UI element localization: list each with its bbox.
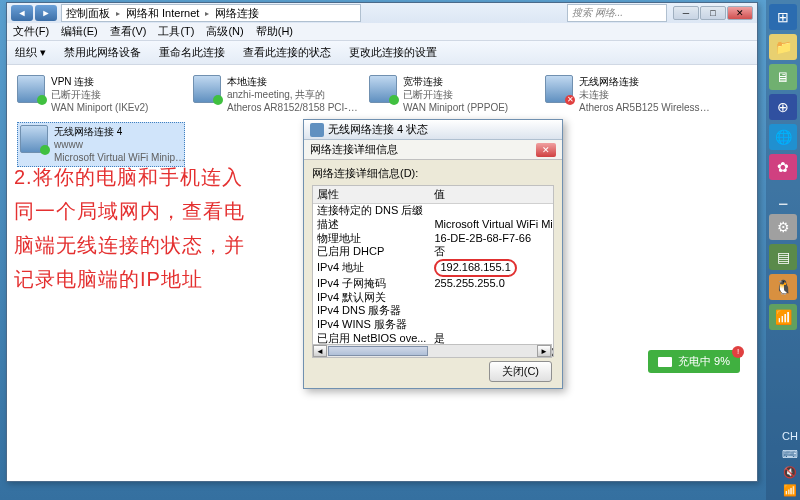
connection-device: Atheros AR5B125 Wireless Ne... <box>579 101 711 114</box>
sidebar-app-icon[interactable]: 📶 <box>769 304 797 330</box>
connection-status: 未连接 <box>579 88 711 101</box>
props-table: 属性 值 连接特定的 DNS 后缀描述Microsoft Virtual WiF… <box>312 185 554 357</box>
sidebar-app-icon[interactable]: ⊕ <box>769 94 797 120</box>
prop-key: IPv4 地址 <box>313 259 430 277</box>
col-value: 值 <box>430 186 554 204</box>
property-row: 已启用 DHCP否 <box>313 245 554 259</box>
tb-status[interactable]: 查看此连接的状态 <box>243 45 331 60</box>
sidebar-app-icon[interactable]: 📁 <box>769 34 797 60</box>
property-row: 物理地址16-DE-2B-68-F7-66 <box>313 232 554 246</box>
prop-key: 物理地址 <box>313 232 430 246</box>
property-row: IPv4 WINS 服务器 <box>313 318 554 332</box>
connection-status: 已断开连接 <box>51 88 148 101</box>
sidebar-app-icon[interactable]: ▤ <box>769 244 797 270</box>
search-input[interactable]: 搜索 网络... <box>567 4 667 22</box>
menu-tools[interactable]: 工具(T) <box>158 24 194 39</box>
back-button[interactable]: ◄ <box>11 5 33 21</box>
bc-seg[interactable]: 网络连接 <box>215 6 259 21</box>
menu-file[interactable]: 文件(F) <box>13 24 49 39</box>
prop-value <box>430 318 554 332</box>
menu-view[interactable]: 查看(V) <box>110 24 147 39</box>
connection-item[interactable]: 本地连接 anzhi-meeting, 共享的 Atheros AR8152/8… <box>193 75 361 114</box>
alert-badge: ! <box>732 346 744 358</box>
plug-icon <box>658 357 672 367</box>
connection-item[interactable]: 无线网络连接 未连接 Atheros AR5B125 Wireless Ne..… <box>545 75 713 114</box>
prop-value: 否 <box>430 245 554 259</box>
prop-value: Microsoft Virtual WiFi Miniport A <box>430 218 554 232</box>
menu-advanced[interactable]: 高级(N) <box>206 24 243 39</box>
prop-key: IPv4 子网掩码 <box>313 277 430 291</box>
prop-value <box>430 291 554 305</box>
minimize-button[interactable]: ─ <box>673 6 699 20</box>
dialog-close-btn[interactable]: 关闭(C) <box>489 361 552 382</box>
props-header: 网络连接详细信息(D): <box>312 166 554 181</box>
scroll-right-icon[interactable]: ► <box>537 345 551 357</box>
property-row: IPv4 地址192.168.155.1 <box>313 259 554 277</box>
battery-text: 充电中 9% <box>678 354 730 369</box>
connection-name: 无线网络连接 4 <box>54 125 186 138</box>
taskbar-sidebar: ⊞📁🖥⊕🌐✿⎯⚙▤🐧📶 <box>766 0 800 500</box>
bc-seg[interactable]: 网络和 Internet <box>126 6 199 21</box>
connection-status: wwww <box>54 138 186 151</box>
tray-wifi-icon[interactable]: 📶 <box>782 484 798 496</box>
connection-status: anzhi-meeting, 共享的 <box>227 88 359 101</box>
dialog-subtitle-bar: 网络连接详细信息 ✕ <box>304 140 562 160</box>
connection-device: Atheros AR8152/8158 PCI-E Fa... <box>227 101 359 114</box>
connection-status: 已断开连接 <box>403 88 508 101</box>
prop-key: 已启用 DHCP <box>313 245 430 259</box>
tray-ch[interactable]: CH <box>782 430 798 442</box>
horizontal-scrollbar[interactable]: ◄ ► <box>312 344 552 358</box>
connection-device: WAN Miniport (IKEv2) <box>51 101 148 114</box>
tb-rename[interactable]: 重命名此连接 <box>159 45 225 60</box>
forward-button[interactable]: ► <box>35 5 57 21</box>
prop-key: 描述 <box>313 218 430 232</box>
menubar: 文件(F) 编辑(E) 查看(V) 工具(T) 高级(N) 帮助(H) <box>7 23 757 41</box>
menu-edit[interactable]: 编辑(E) <box>61 24 98 39</box>
prop-value: 16-DE-2B-68-F7-66 <box>430 232 554 246</box>
sidebar-app-icon[interactable]: 🌐 <box>769 124 797 150</box>
sidebar-app-icon[interactable]: ✿ <box>769 154 797 180</box>
property-row: IPv4 子网掩码255.255.255.0 <box>313 277 554 291</box>
dialog-titlebar[interactable]: 无线网络连接 4 状态 <box>304 120 562 140</box>
sidebar-app-icon[interactable]: ⊞ <box>769 4 797 30</box>
connection-icon <box>193 75 221 103</box>
connection-icon <box>369 75 397 103</box>
connection-icon <box>20 125 48 153</box>
scroll-left-icon[interactable]: ◄ <box>313 345 327 357</box>
tb-disable[interactable]: 禁用此网络设备 <box>64 45 141 60</box>
property-row: IPv4 默认网关 <box>313 291 554 305</box>
connection-icon <box>545 75 573 103</box>
wifi-icon <box>310 123 324 137</box>
tb-organize[interactable]: 组织 ▾ <box>15 45 46 60</box>
connection-item[interactable]: VPN 连接 已断开连接 WAN Miniport (IKEv2) <box>17 75 185 114</box>
tray-lang-icon[interactable]: ⌨ <box>782 448 798 460</box>
property-row: IPv4 DNS 服务器 <box>313 304 554 318</box>
tb-change[interactable]: 更改此连接的设置 <box>349 45 437 60</box>
breadcrumb[interactable]: 控制面板▸ 网络和 Internet▸ 网络连接 <box>61 4 361 22</box>
connection-name: 宽带连接 <box>403 75 508 88</box>
close-button[interactable]: ✕ <box>727 6 753 20</box>
sidebar-app-icon[interactable]: ⎯ <box>769 184 797 210</box>
tray-sound-icon[interactable]: 🔇 <box>782 466 798 478</box>
dialog-title: 无线网络连接 4 状态 <box>328 122 428 137</box>
prop-key: IPv4 WINS 服务器 <box>313 318 430 332</box>
battery-notification[interactable]: 充电中 9% ! <box>648 350 740 373</box>
system-tray: CH ⌨ 🔇 📶 <box>782 430 798 496</box>
dialog-close-button[interactable]: ✕ <box>536 143 556 157</box>
sidebar-app-icon[interactable]: ⚙ <box>769 214 797 240</box>
menu-help[interactable]: 帮助(H) <box>256 24 293 39</box>
prop-value: 255.255.255.0 <box>430 277 554 291</box>
connection-item[interactable]: 宽带连接 已断开连接 WAN Miniport (PPPOE) <box>369 75 537 114</box>
connection-name: VPN 连接 <box>51 75 148 88</box>
bc-seg[interactable]: 控制面板 <box>66 6 110 21</box>
prop-key: IPv4 DNS 服务器 <box>313 304 430 318</box>
sidebar-app-icon[interactable]: 🐧 <box>769 274 797 300</box>
desktop: ◄ ► 控制面板▸ 网络和 Internet▸ 网络连接 搜索 网络... ─ … <box>0 0 800 500</box>
connection-device: WAN Miniport (PPPOE) <box>403 101 508 114</box>
maximize-button[interactable]: □ <box>700 6 726 20</box>
sidebar-app-icon[interactable]: 🖥 <box>769 64 797 90</box>
scroll-thumb[interactable] <box>328 346 428 356</box>
prop-value <box>430 204 554 218</box>
col-property: 属性 <box>313 186 430 204</box>
titlebar: ◄ ► 控制面板▸ 网络和 Internet▸ 网络连接 搜索 网络... ─ … <box>7 3 757 23</box>
